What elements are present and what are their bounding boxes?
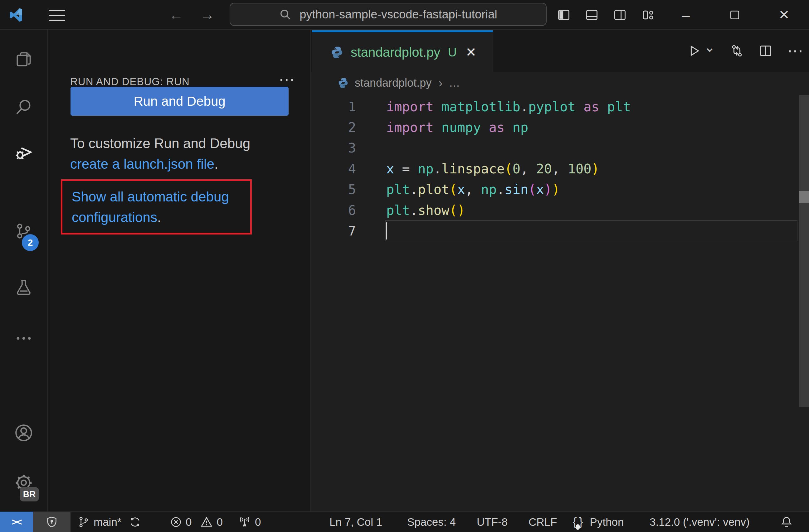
search-value: python-sample-vscode-fastapi-tutorial — [299, 8, 497, 21]
line-number: 1 — [311, 99, 356, 114]
minimize-button[interactable]: – — [675, 0, 697, 30]
breadcrumb-separator-icon: › — [438, 76, 443, 90]
panel-title: RUN AND DEBUG: RUN — [70, 76, 190, 88]
settings-profile-badge: BR — [20, 487, 39, 501]
warnings-icon — [200, 516, 213, 528]
ports-item[interactable]: 0 — [238, 512, 261, 532]
hint-line-1: To customize Run and Debug — [70, 133, 250, 154]
line-number: 4 — [311, 161, 356, 177]
breadcrumb-more[interactable]: … — [449, 76, 460, 89]
shield-icon — [46, 516, 58, 528]
maximize-button[interactable] — [724, 0, 746, 30]
code-line-2[interactable]: 2import numpy as np — [311, 117, 809, 138]
text-cursor — [386, 222, 387, 240]
tab-standardplot[interactable]: standardplot.py U ✕ — [312, 30, 493, 72]
code-text: import matplotlib.pyplot as plt — [356, 99, 631, 114]
code-lines[interactable]: 1import matplotlib.pyplot as plt2import … — [311, 96, 809, 241]
menu-icon[interactable] — [49, 10, 65, 21]
indentation-item[interactable]: Spaces: 4 — [407, 512, 456, 532]
run-and-debug-panel: RUN AND DEBUG: RUN ⋯ Run and Debug To cu… — [48, 30, 310, 511]
braces-status-icon: { } — [573, 515, 584, 529]
run-dropdown-chevron-icon[interactable]: ⌄ — [704, 44, 716, 50]
close-window-button[interactable]: ✕ — [773, 0, 795, 30]
split-editor-icon[interactable] — [758, 44, 773, 58]
toggle-secondary-sidebar-icon[interactable] — [609, 0, 631, 30]
problems-item[interactable]: 0 0 — [170, 512, 223, 532]
code-line-6[interactable]: 6plt.show() — [311, 200, 809, 220]
status-bar: >< main* 0 0 0 Ln 7, Col 1 Spaces: 4 UTF… — [0, 511, 809, 532]
language-mode-item[interactable]: { } Python — [573, 512, 624, 532]
breadcrumb-python-icon — [337, 77, 349, 89]
vscode-window: ← → python-sample-vscode-fastapi-tutoria… — [0, 0, 809, 532]
remote-indicator[interactable]: >< — [0, 512, 33, 532]
error-count: 0 — [186, 516, 192, 528]
notifications-item[interactable] — [780, 512, 793, 532]
tab-filename: standardplot.py — [351, 45, 440, 60]
run-python-file-icon[interactable] — [687, 44, 701, 58]
code-line-4[interactable]: 4x = np.linspace(0, 20, 100) — [311, 158, 809, 179]
breadcrumb-file[interactable]: standardplot.py — [355, 76, 431, 89]
bell-icon — [780, 515, 793, 529]
encoding-item[interactable]: UTF-8 — [477, 512, 507, 532]
workspace-trust-item[interactable] — [33, 512, 70, 532]
editor-toolbar: ⌄ ⋯ — [687, 38, 803, 63]
sync-icon — [129, 516, 141, 528]
git-branch-item[interactable]: main* — [78, 512, 141, 532]
show-configurations-link[interactable]: Show all automatic debug configurations. — [72, 187, 229, 228]
open-changes-icon[interactable] — [730, 44, 744, 58]
run-and-debug-button[interactable]: Run and Debug — [70, 87, 289, 116]
back-arrow-icon[interactable]: ← — [169, 0, 184, 30]
command-center-search[interactable]: python-sample-vscode-fastapi-tutorial — [230, 3, 547, 26]
code-editor[interactable]: 1import matplotlib.pyplot as plt2import … — [311, 96, 809, 241]
accounts-icon[interactable] — [0, 421, 48, 445]
code-line-3[interactable]: 3 — [311, 138, 809, 158]
python-interpreter-item[interactable]: 3.12.0 ('.venv': venv) — [650, 512, 750, 532]
overview-ruler-cursor-mark — [799, 191, 809, 203]
create-launch-json-link[interactable]: create a launch.json file — [70, 156, 214, 172]
hint-line-2: create a launch.json file. — [70, 154, 250, 174]
code-line-1[interactable]: 1import matplotlib.pyplot as plt — [311, 96, 809, 117]
search-sidebar-icon[interactable] — [0, 95, 48, 119]
toggle-panel-icon[interactable] — [581, 0, 603, 30]
line-number: 3 — [311, 140, 356, 156]
line-number: 5 — [311, 182, 356, 197]
run-and-debug-icon[interactable] — [0, 140, 48, 164]
source-control-badge: 2 — [22, 234, 39, 251]
tab-git-status: U — [448, 45, 457, 59]
testing-icon[interactable] — [0, 276, 48, 300]
panel-more-actions-icon[interactable]: ⋯ — [279, 70, 295, 89]
cursor-position-item[interactable]: Ln 7, Col 1 — [329, 512, 382, 532]
forward-arrow-icon[interactable]: → — [200, 0, 214, 30]
editor-more-actions-icon[interactable]: ⋯ — [787, 41, 803, 60]
warning-count: 0 — [217, 516, 222, 528]
code-text: import numpy as np — [356, 120, 528, 135]
tab-close-icon[interactable]: ✕ — [465, 45, 477, 60]
language-name: Python — [590, 516, 624, 528]
errors-icon — [170, 516, 182, 528]
editor-group: standardplot.py U ✕ ⌄ ⋯ standardplot.py … — [310, 30, 809, 511]
breadcrumb[interactable]: standardplot.py › … — [311, 72, 809, 93]
search-icon — [279, 8, 291, 21]
branch-name: main* — [93, 516, 121, 528]
title-bar: ← → python-sample-vscode-fastapi-tutoria… — [0, 0, 809, 30]
eol-item[interactable]: CRLF — [529, 512, 557, 532]
code-text: plt.show() — [356, 203, 465, 218]
code-text: x = np.linspace(0, 20, 100) — [356, 161, 599, 177]
explorer-icon[interactable] — [0, 48, 48, 71]
source-control-icon[interactable]: 2 — [0, 219, 48, 243]
editor-scrollbar[interactable] — [799, 95, 809, 407]
toggle-sidebar-icon[interactable] — [553, 0, 575, 30]
customize-hint: To customize Run and Debug create a laun… — [70, 133, 250, 174]
git-branch-icon — [78, 516, 90, 528]
ports-count: 0 — [255, 516, 261, 528]
line-number: 7 — [311, 223, 356, 238]
highlight-red-box: Show all automatic debug configurations. — [61, 179, 252, 234]
customize-layout-icon[interactable] — [637, 0, 659, 30]
vscode-logo-icon — [8, 7, 24, 23]
more-views-icon[interactable] — [0, 326, 48, 350]
settings-gear-icon[interactable]: BR — [0, 471, 48, 495]
code-line-5[interactable]: 5plt.plot(x, np.sin(x)) — [311, 179, 809, 200]
python-file-icon — [330, 46, 344, 59]
radio-tower-icon — [238, 515, 251, 529]
current-line-highlight — [385, 220, 797, 241]
